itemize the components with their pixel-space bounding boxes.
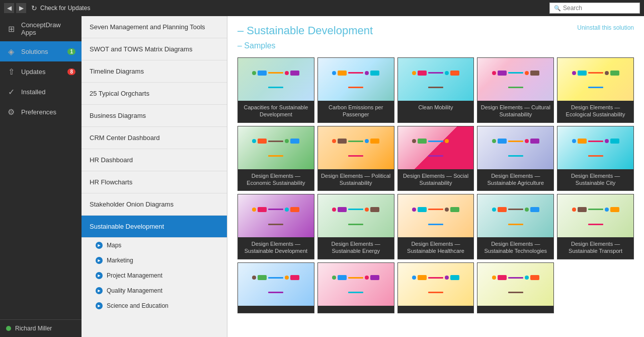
sub-arrow-quality: ► [96,287,103,294]
sample-thumb-extra-2 [318,263,394,306]
sample-card-extra-1[interactable] [237,262,314,313]
sample-thumb-economic-sustainability [238,126,314,169]
thumb-shape [525,276,529,280]
thumb-shape [572,71,576,75]
sample-thumb-sustainable-city [557,126,633,169]
mid-item-timeline[interactable]: Timeline Diagrams [82,60,227,83]
sample-card-extra-3[interactable] [397,262,474,313]
sample-card-extra-2[interactable] [317,262,394,313]
mid-item-hr-dashboard[interactable]: HR Dashboard [82,149,227,171]
section-title: – Samples [237,41,634,50]
forward-button[interactable]: ▶ [16,3,26,13]
sample-card-extra-4[interactable] [477,262,554,313]
thumb-shape [588,141,603,142]
sample-card-economic-sustainability[interactable]: Design Elements — Economic Sustainabilit… [237,126,314,191]
back-button[interactable]: ◀ [4,3,14,13]
thumb-shape [508,141,523,142]
thumb-shape [348,141,363,142]
thumb-shape [445,71,449,75]
search-input[interactable] [563,5,638,12]
sub-arrow-project: ► [96,272,103,279]
mid-subitem-project-management[interactable]: ► Project Management [82,268,227,283]
sample-card-sustainable-energy[interactable]: Design Elements — Sustainable Energy [317,194,394,259]
subitem-label-science: Science and Education [107,302,169,309]
sample-thumb-social-sustainability [398,126,474,169]
thumb-shape [365,208,369,212]
thumb-shape [412,276,416,280]
thumb-shape [578,139,587,144]
sample-card-ecological-sustainability[interactable]: Design Elements — Ecological Sustainabil… [557,57,634,123]
thumb-shape [338,275,347,280]
content-title: – Sustainable Development [237,24,373,37]
sample-card-clean-mobility[interactable]: Clean Mobility [397,57,474,123]
refresh-button[interactable]: ↻ [31,4,37,12]
top-bar-title: Check for Updates [40,5,546,12]
mid-item-stakeholder[interactable]: Stakeholder Onion Diagrams [82,193,227,216]
sidebar-item-installed[interactable]: ✓ Installed [0,82,82,102]
thumb-shape [365,71,369,75]
sidebar-item-conceptdraw-apps[interactable]: ⊞ ConceptDraw Apps [0,16,82,41]
thumb-shape [508,155,523,157]
thumb-inner-clean-mobility [404,63,468,96]
mid-item-sustainable[interactable]: Sustainable Development [82,216,227,238]
sample-card-social-sustainability[interactable]: Design Elements — Social Sustainability [397,126,474,191]
thumb-shape [365,276,369,280]
mid-item-orgcharts[interactable]: 25 Typical Orgcharts [82,83,227,105]
thumb-shape [508,277,523,279]
thumb-shape [428,292,443,293]
sample-card-sustainable-development[interactable]: Design Elements — Sustainable Developmen… [237,194,314,259]
uninstall-link[interactable]: Uninstall this solution [577,24,634,31]
thumb-shape [252,139,256,143]
thumb-shape [252,208,256,212]
mid-subitem-quality-management[interactable]: ► Quality Management [82,283,227,298]
sample-card-sustainable-transport[interactable]: Design Elements — Sustainable Transport [557,194,634,259]
sidebar-label-apps: ConceptDraw Apps [21,21,75,36]
mid-panel: Seven Management and Planning Tools SWOT… [82,16,227,337]
main-layout: ⊞ ConceptDraw Apps ◈ Solutions 1 ⇧ Updat… [0,16,644,337]
samples-grid: Capacities for Sustainable DevelopmentCa… [237,57,634,313]
sample-card-political-sustainability[interactable]: Design Elements — Political Sustainabili… [317,126,394,191]
mid-subitem-maps[interactable]: ► Maps [82,238,227,253]
sidebar-item-solutions[interactable]: ◈ Solutions 1 [0,41,82,61]
mid-item-business[interactable]: Business Diagrams [82,105,227,127]
sub-arrow-science: ► [96,302,103,309]
thumb-shape [418,139,427,144]
mid-item-hr-flowcharts[interactable]: HR Flowcharts [82,171,227,193]
mid-subitem-marketing[interactable]: ► Marketing [82,253,227,268]
thumb-shape [348,87,363,88]
thumb-shape [290,275,299,280]
thumb-shape [492,208,496,212]
sample-card-carbon-emissions[interactable]: Carbon Emissions per Passenger [317,57,394,123]
sample-card-sustainable-healthcare[interactable]: Design Elements — Sustainable Healthcare [397,194,474,259]
thumb-shape [525,71,529,75]
sample-card-sustainable-agriculture[interactable]: Design Elements — Sustainable Agricultur… [477,126,554,191]
sample-card-sustainable-technologies[interactable]: Design Elements — Sustainable Technologi… [477,194,554,259]
sample-thumb-extra-3 [398,263,474,306]
thumb-inner-extra-4 [484,268,548,300]
apps-icon: ⊞ [6,24,16,34]
thumb-shape [428,155,443,157]
thumb-shape [412,208,416,212]
content-panel: – Sustainable Development Uninstall this… [227,16,644,337]
sidebar-item-updates[interactable]: ⇧ Updates 8 [0,61,82,82]
thumb-shape [605,71,609,75]
thumb-inner-cap-sustainable [244,63,308,96]
thumb-inner-carbon-emissions [324,63,388,96]
thumb-shape [258,71,267,76]
user-online-dot [6,326,11,331]
sample-card-sustainable-city[interactable]: Design Elements — Sustainable City [557,126,634,191]
mid-item-crm[interactable]: CRM Center Dashboard [82,127,227,149]
thumb-shape [428,141,443,142]
sample-card-cap-sustainable[interactable]: Capacities for Sustainable Development [237,57,314,123]
mid-subitem-science[interactable]: ► Science and Education [82,298,227,313]
thumb-inner-economic-sustainability [244,131,308,164]
thumb-shape [418,71,427,76]
sample-thumb-cap-sustainable [238,58,314,101]
mid-item-seven-management[interactable]: Seven Management and Planning Tools [82,16,227,38]
mid-item-swot[interactable]: SWOT and TOWS Matrix Diagrams [82,38,227,60]
thumb-shape [370,207,379,212]
sample-card-cultural-sustainability[interactable]: Design Elements — Cultural Sustainabilit… [477,57,554,123]
sidebar-item-preferences[interactable]: ⚙ Preferences [0,102,82,122]
thumb-shape [530,71,539,76]
thumb-shape [492,276,496,280]
